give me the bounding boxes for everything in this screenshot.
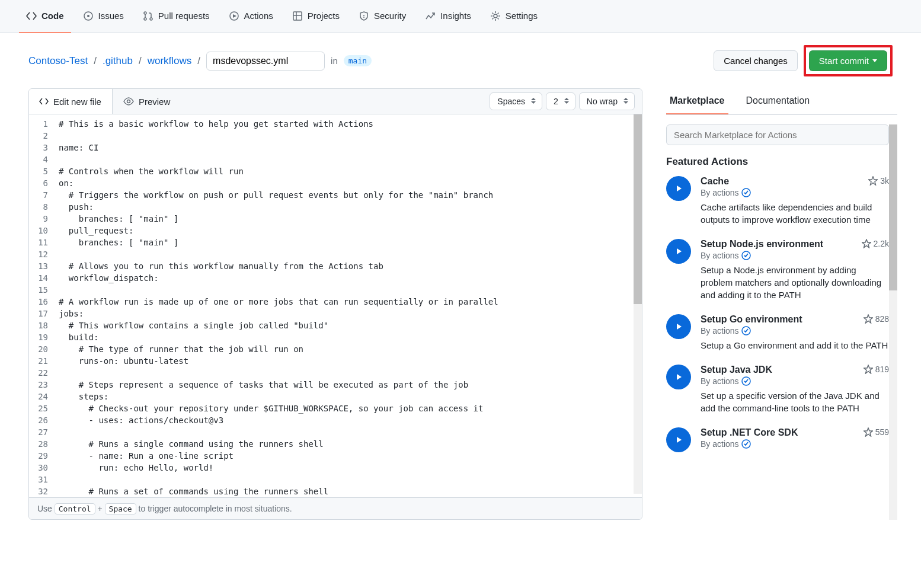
filename-input[interactable] (206, 52, 325, 71)
breadcrumb-repo[interactable]: Contoso-Test (28, 55, 88, 67)
action-card[interactable]: Cache 3k By actions Cache artifacts like… (666, 176, 889, 226)
line-number: 10 (29, 225, 59, 237)
line-text: on: (59, 177, 73, 189)
code-line[interactable]: 15 (29, 284, 642, 296)
code-line[interactable]: 8 push: (29, 201, 642, 213)
nav-insights[interactable]: Insights (418, 0, 478, 33)
code-line[interactable]: 20 # The type of runner that the job wil… (29, 343, 642, 355)
line-number: 20 (29, 343, 59, 355)
settings-icon (490, 11, 501, 21)
tab-documentation[interactable]: Documentation (743, 88, 814, 114)
action-card[interactable]: Setup .NET Core SDK 559 By actions (666, 427, 889, 452)
action-stars[interactable]: 559 (864, 427, 889, 437)
code-line[interactable]: 28 # Runs a single command using the run… (29, 438, 642, 450)
insights-icon (425, 11, 436, 21)
line-number: 25 (29, 402, 59, 414)
action-card[interactable]: Setup Java JDK 819 By actions Set up a s… (666, 365, 889, 414)
scrollbar-thumb[interactable] (634, 114, 642, 304)
line-text: # Allows you to run this workflow manual… (59, 260, 383, 272)
code-line[interactable]: 21 runs-on: ubuntu-latest (29, 355, 642, 367)
action-card[interactable]: Setup Go environment 828 By actions Setu… (666, 314, 889, 351)
code-line[interactable]: 6on: (29, 177, 642, 189)
line-number: 1 (29, 118, 59, 130)
code-line[interactable]: 31 (29, 474, 642, 485)
breadcrumb-dir1[interactable]: .github (103, 55, 133, 67)
nav-pulls[interactable]: Pull requests (136, 0, 217, 33)
code-line[interactable]: 14 workflow_dispatch: (29, 272, 642, 284)
action-card[interactable]: Setup Node.js environment 2.2k By action… (666, 239, 889, 301)
line-text: - uses: actions/checkout@v3 (59, 414, 223, 426)
code-line[interactable]: 32 # Runs a set of commands using the ru… (29, 485, 642, 497)
code-line[interactable]: 27 (29, 426, 642, 438)
code-line[interactable]: 11 branches: [ "main" ] (29, 237, 642, 248)
action-title[interactable]: Cache (701, 176, 729, 187)
scrollbar[interactable] (889, 124, 897, 520)
code-line[interactable]: 26 - uses: actions/checkout@v3 (29, 414, 642, 426)
action-title[interactable]: Setup .NET Core SDK (701, 427, 798, 438)
nav-security[interactable]: Security (351, 0, 413, 33)
code-line[interactable]: 18 # This workflow contains a single job… (29, 319, 642, 331)
scrollbar[interactable] (634, 114, 642, 494)
nav-issues[interactable]: Issues (76, 0, 131, 33)
code-line[interactable]: 7 # Triggers the workflow on push or pul… (29, 189, 642, 201)
nav-settings[interactable]: Settings (483, 0, 545, 33)
security-icon (359, 11, 369, 21)
indent-mode-select[interactable]: Spaces (490, 92, 542, 110)
action-title[interactable]: Setup Go environment (701, 314, 802, 325)
code-line[interactable]: 17jobs: (29, 308, 642, 319)
code-line[interactable]: 23 # Steps represent a sequence of tasks… (29, 379, 642, 391)
action-stars[interactable]: 828 (864, 314, 889, 324)
branch-badge[interactable]: main (344, 55, 372, 66)
code-line[interactable]: 16# A workflow run is made up of one or … (29, 296, 642, 308)
action-title[interactable]: Setup Java JDK (701, 365, 772, 375)
scrollbar-thumb[interactable] (889, 124, 897, 290)
tab-preview[interactable]: Preview (113, 89, 181, 114)
action-title[interactable]: Setup Node.js environment (701, 239, 823, 250)
editor-footer-hint: Use Control + Space to trigger autocompl… (29, 497, 642, 519)
code-line[interactable]: 25 # Checks-out your repository under $G… (29, 402, 642, 414)
action-author: By actions (701, 439, 889, 449)
code-line[interactable]: 24 steps: (29, 391, 642, 402)
nav-code[interactable]: Code (19, 0, 71, 33)
code-line[interactable]: 1# This is a basic workflow to help you … (29, 118, 642, 130)
line-text: jobs: (59, 308, 84, 319)
nav-label: Actions (244, 11, 273, 21)
action-stars[interactable]: 3k (868, 176, 889, 186)
action-description: Setup a Node.js environment by adding pr… (701, 264, 889, 301)
marketplace-search-input[interactable] (666, 124, 889, 145)
code-line[interactable]: 5# Controls when the workflow will run (29, 165, 642, 177)
code-line[interactable]: 3name: CI (29, 142, 642, 154)
code-line[interactable]: 9 branches: [ "main" ] (29, 213, 642, 225)
nav-actions[interactable]: Actions (222, 0, 280, 33)
code-line[interactable]: 12 (29, 248, 642, 260)
cancel-changes-button[interactable]: Cancel changes (714, 50, 798, 71)
code-line[interactable]: 13 # Allows you to run this workflow man… (29, 260, 642, 272)
projects-icon (292, 11, 303, 21)
wrap-mode-select[interactable]: No wrap (579, 92, 635, 110)
indent-size-select[interactable]: 2 (546, 92, 575, 110)
breadcrumb-dir2[interactable]: workflows (148, 55, 192, 67)
tab-edit-new-file[interactable]: Edit new file (28, 89, 113, 114)
code-line[interactable]: 2 (29, 130, 642, 142)
action-stars[interactable]: 819 (864, 365, 889, 374)
code-line[interactable]: 30 run: echo Hello, world! (29, 462, 642, 474)
line-number: 13 (29, 260, 59, 272)
code-line[interactable]: 19 build: (29, 331, 642, 343)
tab-marketplace[interactable]: Marketplace (666, 88, 728, 114)
code-line[interactable]: 4 (29, 154, 642, 165)
code-line[interactable]: 10 pull_request: (29, 225, 642, 237)
nav-projects[interactable]: Projects (285, 0, 347, 33)
start-commit-button[interactable]: Start commit (809, 50, 887, 71)
line-number: 21 (29, 355, 59, 367)
action-play-icon (666, 365, 691, 389)
code-editor[interactable]: 1# This is a basic workflow to help you … (29, 114, 642, 497)
line-text: # A workflow run is made up of one or mo… (59, 296, 498, 308)
action-author: By actions (701, 188, 889, 197)
code-line[interactable]: 29 - name: Run a one-line script (29, 450, 642, 462)
code-line[interactable]: 22 (29, 367, 642, 379)
issues-icon (83, 11, 94, 21)
line-text: # Runs a single command using the runner… (59, 438, 324, 450)
editor-header: Edit new file Preview Spaces 2 No wrap (29, 89, 642, 114)
action-stars[interactable]: 2.2k (862, 239, 889, 248)
nav-label: Code (41, 11, 64, 21)
